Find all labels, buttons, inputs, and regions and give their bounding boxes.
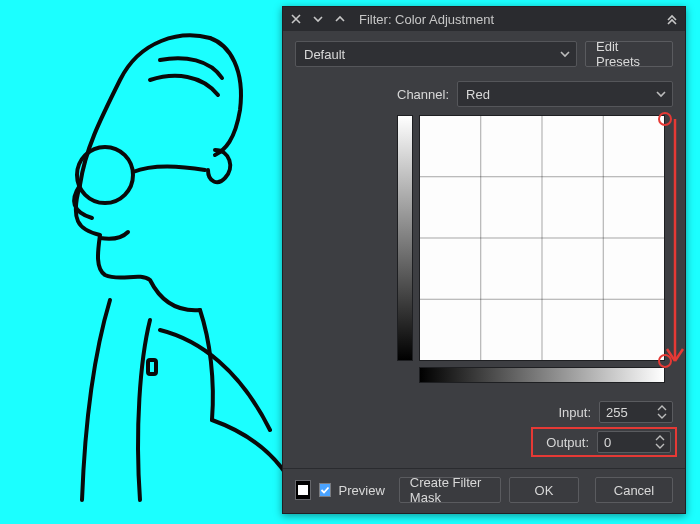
close-icon[interactable] xyxy=(289,12,303,26)
channel-label: Channel: xyxy=(397,87,449,102)
horizontal-gradient xyxy=(419,367,665,383)
channel-combo[interactable]: Red xyxy=(457,81,673,107)
chevron-up-icon[interactable] xyxy=(333,12,347,26)
preview-checkbox[interactable] xyxy=(319,483,331,497)
svg-point-0 xyxy=(77,147,133,203)
edit-presets-button[interactable]: Edit Presets xyxy=(585,41,673,67)
preset-combo[interactable]: Default xyxy=(295,41,577,67)
chevron-down-icon xyxy=(560,50,570,58)
cancel-button[interactable]: Cancel xyxy=(595,477,673,503)
input-spinbox[interactable] xyxy=(599,401,673,423)
chevron-down-icon xyxy=(656,90,666,98)
compare-swatch[interactable] xyxy=(295,480,311,500)
spin-arrows[interactable] xyxy=(657,403,669,421)
vertical-gradient xyxy=(397,115,413,361)
dialog-title: Filter: Color Adjustment xyxy=(355,12,657,27)
preset-value: Default xyxy=(304,47,345,62)
preview-label: Preview xyxy=(339,483,385,498)
dialog-titlebar: Filter: Color Adjustment xyxy=(283,7,685,31)
create-filter-mask-button[interactable]: Create Filter Mask xyxy=(399,477,501,503)
curve-editor[interactable] xyxy=(397,115,673,391)
create-filter-mask-label: Create Filter Mask xyxy=(410,475,490,505)
dbl-chevron-up-icon[interactable] xyxy=(665,12,679,26)
output-highlight: Output: xyxy=(531,427,677,457)
chevron-down-icon[interactable] xyxy=(311,12,325,26)
ok-button[interactable]: OK xyxy=(509,477,579,503)
color-adjustment-dialog: Filter: Color Adjustment Default Edit Pr… xyxy=(282,6,686,514)
cancel-label: Cancel xyxy=(614,483,654,498)
dialog-footer: Preview Create Filter Mask OK Cancel xyxy=(283,468,685,513)
ok-label: OK xyxy=(535,483,554,498)
svg-rect-1 xyxy=(148,360,156,374)
swatch-inner xyxy=(298,485,308,495)
spin-arrows[interactable] xyxy=(655,433,667,451)
edit-presets-label: Edit Presets xyxy=(596,39,662,69)
channel-value: Red xyxy=(466,87,490,102)
output-label: Output: xyxy=(537,435,589,450)
curve-grid[interactable] xyxy=(419,115,665,361)
input-label: Input: xyxy=(539,405,591,420)
output-spinbox[interactable] xyxy=(597,431,671,453)
